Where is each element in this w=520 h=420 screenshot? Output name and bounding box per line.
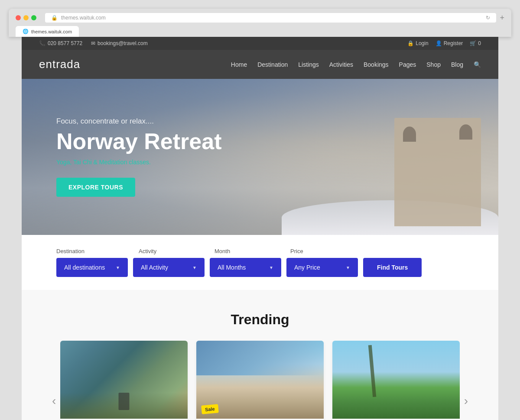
activity-select[interactable]: All Activity ▼ [133,258,205,277]
top-bar-right: 🔒 Login 👤 Register 🛒 0 [407,40,481,46]
email-contact: ✉ bookings@travel.com [91,40,148,46]
login-link[interactable]: 🔒 Login [407,40,428,46]
search-icon[interactable]: 🔍 [474,61,481,68]
cart-link[interactable]: 🛒 0 [470,40,481,46]
destination-label: Destination [56,248,139,254]
tour-card-2: Sale Mountain Hiking Tour Hiking Trips, … [196,341,324,420]
hero-title: Norway Retreat [56,129,221,154]
destination-select-value: All destinations [64,264,105,271]
nav-home[interactable]: Home [231,61,247,68]
hero-content: Focus, concentrate or relax.... Norway R… [22,117,256,196]
search-dropdowns: All destinations ▼ All Activity ▼ All Mo… [56,258,464,277]
month-select-value: All Months [218,264,246,271]
register-link[interactable]: 👤 Register [436,40,463,46]
maximize-button[interactable] [31,15,36,20]
login-label: Login [416,40,428,46]
price-select[interactable]: Any Price ▼ [286,258,358,277]
next-arrow[interactable]: › [460,394,472,408]
nav-destination[interactable]: Destination [257,61,288,68]
hero-section: Focus, concentrate or relax.... Norway R… [22,79,498,235]
search-labels: Destination Activity Month Price [56,248,464,254]
register-label: Register [444,40,463,46]
cart-count: 0 [478,40,481,46]
nav-pages[interactable]: Pages [399,61,416,68]
activity-chevron-icon: ▼ [192,265,197,270]
cards-container: Mountain Biking Trip Desert, Safari, Scu… [60,341,459,420]
hero-building-illustration [282,96,498,235]
card-image-2: Sale [196,341,324,419]
email-icon: ✉ [91,40,95,46]
cart-icon: 🛒 [470,40,476,46]
address-bar[interactable]: 🔒 themes.waituk.com ↻ [45,13,496,23]
sale-badge: Sale [201,404,218,414]
site-logo[interactable]: entrada [39,58,80,71]
main-nav: entrada Home Destination Listings Activi… [22,50,498,79]
price-chevron-icon: ▼ [346,265,350,270]
lock-icon: 🔒 [407,40,414,46]
explore-tours-button[interactable]: Explore Tours [56,178,135,197]
card-image-1 [60,341,188,419]
price-label: Price [290,248,366,254]
trending-title: Trending [48,312,472,328]
window-controls [16,15,36,20]
hero-description: Yoga, Tai Chi & Meditation classes. [56,159,221,166]
nav-shop[interactable]: Shop [426,61,441,68]
activity-select-value: All Activity [141,264,168,271]
phone-icon: 📞 [39,40,46,46]
month-chevron-icon: ▼ [269,265,273,270]
top-bar-left: 📞 020 8577 5772 ✉ bookings@travel.com [39,40,148,46]
activity-label: Activity [139,248,214,254]
minimize-button[interactable] [23,15,29,20]
refresh-icon[interactable]: ↻ [486,15,490,21]
find-tours-button[interactable]: Find Tours [363,258,422,277]
new-tab-button[interactable]: + [500,13,504,23]
trending-section: Trending ‹ Mountain Biking Trip Desert, … [22,290,498,420]
price-select-value: Any Price [294,264,320,271]
browser-titlebar: 🔒 themes.waituk.com ↻ + [16,13,504,23]
nav-blog[interactable]: Blog [451,61,463,68]
destination-chevron-icon: ▼ [116,265,120,270]
lock-icon: 🔒 [51,15,58,21]
user-icon: 👤 [436,40,442,46]
tab-favicon: 🌐 [23,29,29,34]
nav-bookings[interactable]: Bookings [364,61,389,68]
month-select[interactable]: All Months ▼ [210,258,281,277]
nav-links: Home Destination Listings Activities Boo… [231,61,481,68]
phone-number: 020 8577 5772 [48,40,82,46]
month-label: Month [214,248,290,254]
nav-activities[interactable]: Activities [329,61,353,68]
active-tab[interactable]: 🌐 themes.waituk.com [16,26,79,37]
close-button[interactable] [16,15,21,20]
prev-arrow[interactable]: ‹ [48,394,60,408]
nav-listings[interactable]: Listings [298,61,318,68]
website-container: 📞 020 8577 5772 ✉ bookings@travel.com 🔒 … [22,37,498,420]
email-address: bookings@travel.com [98,40,148,46]
top-bar: 📞 020 8577 5772 ✉ bookings@travel.com 🔒 … [22,37,498,50]
tab-title: themes.waituk.com [31,29,72,34]
building-shape [394,118,481,226]
browser-window: 🔒 themes.waituk.com ↻ + 🌐 themes.waituk.… [9,9,511,37]
browser-tabs: 🌐 themes.waituk.com [16,26,504,37]
tour-card-1: Mountain Biking Trip Desert, Safari, Scu… [60,341,188,420]
url-text: themes.waituk.com [61,15,106,21]
cards-wrapper: ‹ Mountain Biking Trip Desert, Safari, S… [48,341,472,420]
card-image-3 [332,341,460,419]
destination-select[interactable]: All destinations ▼ [56,258,128,277]
hero-subtitle: Focus, concentrate or relax.... [56,117,221,126]
phone-contact: 📞 020 8577 5772 [39,40,82,46]
tour-card-3: Bungee Jumping Trip Bungee Jump, Cycling… [332,341,460,420]
search-section: Destination Activity Month Price All des… [22,235,498,290]
